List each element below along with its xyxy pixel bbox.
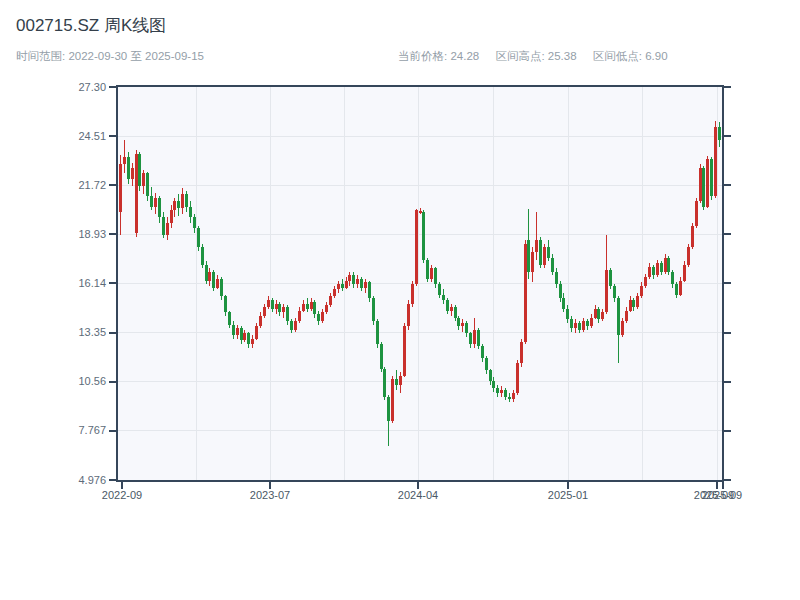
y-axis-tick-left xyxy=(109,381,116,383)
y-axis-label: 13.35 xyxy=(54,326,106,338)
candle xyxy=(131,168,134,179)
candle xyxy=(543,247,546,265)
candle xyxy=(135,154,138,233)
v-gridline xyxy=(568,87,569,480)
candle xyxy=(329,296,332,305)
y-axis-tick-right xyxy=(724,86,731,88)
x-axis-label: 2025-09 xyxy=(702,489,742,501)
candle xyxy=(718,127,721,140)
candle xyxy=(395,379,398,384)
candle xyxy=(714,127,717,196)
candle xyxy=(325,305,328,312)
candle xyxy=(629,300,632,311)
v-gridline xyxy=(717,87,718,480)
candle xyxy=(150,196,153,207)
y-axis-tick-right xyxy=(724,332,731,334)
candle xyxy=(512,393,515,398)
y-axis-label: 7.767 xyxy=(54,424,106,436)
y-axis-tick-right xyxy=(724,430,731,432)
candle xyxy=(220,279,223,297)
x-axis-tick xyxy=(269,482,271,489)
candle xyxy=(345,281,348,288)
candle xyxy=(562,298,565,309)
candle xyxy=(473,330,476,344)
candle xyxy=(586,321,589,326)
candle xyxy=(278,304,281,313)
candle xyxy=(142,173,145,185)
candle xyxy=(158,198,161,217)
candle xyxy=(356,279,359,284)
candlestick-plot-area xyxy=(116,85,724,482)
y-axis-tick-left xyxy=(109,184,116,186)
candle xyxy=(656,263,659,275)
x-axis-label: 2022-09 xyxy=(102,489,142,501)
candle xyxy=(376,321,379,344)
y-axis-label: 24.51 xyxy=(54,130,106,142)
candle xyxy=(695,201,698,226)
candle xyxy=(166,223,169,235)
candle xyxy=(516,363,519,393)
candle xyxy=(263,307,266,316)
candle xyxy=(138,154,141,186)
v-gridline xyxy=(418,87,419,480)
candle xyxy=(675,284,678,295)
candle xyxy=(387,397,390,422)
range-high-stat: 区间高点: 25.38 xyxy=(495,50,576,62)
candle xyxy=(702,168,705,207)
candle xyxy=(465,323,468,334)
y-axis-tick-right xyxy=(724,282,731,284)
candle xyxy=(271,300,274,309)
candle xyxy=(383,369,386,397)
candle xyxy=(294,321,297,330)
candle xyxy=(539,240,542,265)
candle xyxy=(282,307,285,312)
candle xyxy=(403,326,406,375)
candle xyxy=(208,272,211,281)
candle xyxy=(500,390,503,394)
candle xyxy=(438,284,441,295)
candle xyxy=(243,333,246,340)
candle xyxy=(706,159,709,207)
candle xyxy=(181,194,184,208)
candle xyxy=(434,268,437,284)
candle xyxy=(687,247,690,265)
candle xyxy=(193,217,196,228)
range-low-stat: 区间低点: 6.90 xyxy=(593,50,668,62)
y-axis-label: 10.56 xyxy=(54,375,106,387)
y-axis-tick-left xyxy=(109,430,116,432)
candle xyxy=(321,312,324,321)
y-axis-tick-left xyxy=(109,233,116,235)
candle xyxy=(177,201,180,208)
candle xyxy=(415,210,418,284)
candle xyxy=(123,157,126,164)
candle xyxy=(228,312,231,324)
candle xyxy=(609,270,612,286)
candle xyxy=(201,247,204,265)
y-axis-tick-left xyxy=(109,332,116,334)
candle xyxy=(508,397,511,399)
candle xyxy=(605,270,608,312)
candle xyxy=(259,316,262,327)
candle xyxy=(391,379,394,421)
candle xyxy=(691,226,694,247)
y-axis-tick-right xyxy=(724,381,731,383)
candlestick-plot-canvas xyxy=(118,87,722,480)
current-price-stat: 当前价格: 24.28 xyxy=(398,50,479,62)
candle xyxy=(224,296,227,312)
candle xyxy=(450,307,453,311)
h-gridline xyxy=(118,332,722,333)
y-axis-tick-right xyxy=(724,135,731,137)
candle xyxy=(407,304,410,327)
candle xyxy=(205,265,208,281)
y-axis-label: 21.72 xyxy=(54,179,106,191)
candle xyxy=(422,212,425,260)
h-gridline xyxy=(118,136,722,137)
candle xyxy=(520,342,523,363)
candle xyxy=(216,279,219,288)
candle xyxy=(710,159,713,196)
v-gridline xyxy=(493,87,494,480)
candle xyxy=(594,309,597,318)
candle xyxy=(348,275,351,280)
y-axis-tick-left xyxy=(109,86,116,88)
candle xyxy=(492,381,495,388)
